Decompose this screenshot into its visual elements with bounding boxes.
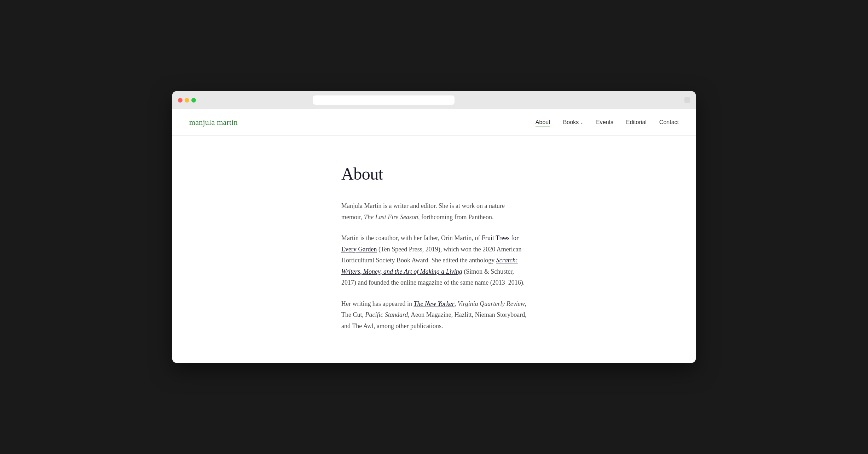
site-nav: manjula martin About Books ⌄ Events Edit… xyxy=(172,109,696,136)
nav-links: About Books ⌄ Events Editorial Contact xyxy=(536,119,679,126)
bio-paragraph-2: Martin is the coauthor, with her father,… xyxy=(341,233,527,289)
chevron-down-icon: ⌄ xyxy=(580,120,583,125)
page-title: About xyxy=(341,164,527,184)
browser-window: manjula martin About Books ⌄ Events Edit… xyxy=(172,91,696,363)
nav-item-about[interactable]: About xyxy=(536,119,550,126)
bio-paragraph-1: Manjula Martin is a writer and editor. S… xyxy=(341,200,527,223)
nav-link-books[interactable]: Books ⌄ xyxy=(563,119,583,126)
nav-item-events[interactable]: Events xyxy=(596,119,613,126)
page-content: manjula martin About Books ⌄ Events Edit… xyxy=(172,109,696,363)
bio-paragraph-3: Her writing has appeared in The New York… xyxy=(341,298,527,332)
browser-chrome xyxy=(172,91,696,109)
bio-p1-italic: The Last Fire Season xyxy=(364,214,418,221)
nav-item-books[interactable]: Books ⌄ xyxy=(563,119,583,126)
nav-item-contact[interactable]: Contact xyxy=(659,119,679,126)
new-yorker-link[interactable]: The New Yorker xyxy=(413,300,454,307)
nav-link-editorial[interactable]: Editorial xyxy=(626,119,647,125)
bio-p1-text-after: , forthcoming from Pantheon. xyxy=(418,214,493,221)
browser-actions xyxy=(684,97,690,103)
nav-link-events[interactable]: Events xyxy=(596,119,613,125)
share-icon[interactable] xyxy=(684,97,690,103)
site-logo[interactable]: manjula martin xyxy=(189,118,238,127)
nav-link-about[interactable]: About xyxy=(536,119,550,127)
bio-p3-intro: Her writing has appeared in xyxy=(341,300,413,307)
nav-link-contact[interactable]: Contact xyxy=(659,119,679,125)
nav-item-editorial[interactable]: Editorial xyxy=(626,119,647,126)
close-button[interactable] xyxy=(178,98,183,103)
maximize-button[interactable] xyxy=(191,98,196,103)
traffic-lights xyxy=(178,98,196,103)
minimize-button[interactable] xyxy=(185,98,189,103)
main-content: About Manjula Martin is a writer and edi… xyxy=(324,136,544,363)
address-bar[interactable] xyxy=(313,95,455,105)
bio-p2-intro: Martin is the coauthor, with her father,… xyxy=(341,234,482,241)
